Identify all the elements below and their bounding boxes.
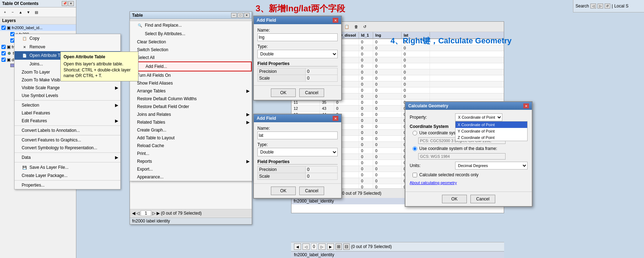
ctx-remove[interactable]: ✕ Remove: [15, 43, 120, 51]
table-close-button[interactable]: ✕: [244, 13, 250, 18]
ctx-joins-label: Joins...: [29, 61, 43, 66]
ctx-convert-labels[interactable]: Convert Labels to Annotation...: [15, 127, 120, 134]
property-select[interactable]: X Coordinate of Point Y Coordinate of Po…: [455, 113, 502, 121]
ctx-create-package[interactable]: Create Layer Package...: [15, 172, 120, 179]
search-back-button[interactable]: ◁: [590, 4, 596, 9]
ctx-edit-features[interactable]: Edit Features ▶: [15, 117, 120, 125]
calc-geom-cancel[interactable]: Cancel: [470, 195, 495, 203]
main-tbl-btn6[interactable]: 📋: [342, 23, 351, 31]
add-field-dlg1-ok[interactable]: OK: [271, 88, 296, 97]
add-field-dlg2-close[interactable]: ✕: [333, 116, 338, 121]
units-select[interactable]: Decimal Degrees Meters Feet: [455, 162, 528, 170]
layer-checkbox-fn500b[interactable]: [1, 51, 6, 55]
ctx-properties[interactable]: Properties...: [15, 181, 120, 189]
table-maximize-button[interactable]: □: [238, 13, 243, 18]
menu-export[interactable]: Export...: [130, 165, 252, 173]
menu-print[interactable]: Print...: [130, 150, 252, 157]
ctx-save-layer[interactable]: 💾 Save As Layer File...: [15, 163, 120, 172]
use-data-source-radio[interactable]: [413, 131, 417, 135]
nav-prev[interactable]: ◁: [136, 211, 140, 216]
about-calc-link[interactable]: About calculating geometry: [410, 181, 457, 185]
ctx-label-features[interactable]: Label Features: [15, 109, 120, 117]
main-sb-prev[interactable]: ◁: [302, 243, 310, 250]
ctx-sep6: [15, 180, 120, 181]
prop-row-scale: Scale 0: [258, 75, 338, 82]
about-link-container: About calculating geometry: [410, 180, 528, 185]
menu-clear-selection[interactable]: Clear Selection: [130, 38, 252, 46]
main-sb-last[interactable]: ▶: [327, 243, 334, 250]
calc-selected-checkbox[interactable]: [413, 173, 417, 177]
option-z-coord[interactable]: Z Coordinate of Point: [455, 134, 527, 141]
toc-layer-fn2000[interactable]: ▣ fn2000_label_id...: [0, 25, 76, 31]
search-refresh-button[interactable]: ↺: [605, 4, 610, 9]
ctx-selection[interactable]: Selection ▶: [15, 101, 120, 109]
toc-pin-button[interactable]: 📌: [62, 1, 67, 6]
menu-add-table-layout[interactable]: Add Table to Layout: [130, 134, 252, 142]
add-field-dlg1-close[interactable]: ✕: [333, 18, 338, 23]
nav-left[interactable]: ◀: [132, 211, 135, 216]
ctx-copy[interactable]: 📋 Copy: [15, 34, 120, 43]
main-tbl-btn8[interactable]: ↺: [361, 23, 369, 31]
add-field-dlg1-type-select[interactable]: Short Integer Long Integer Float Double …: [257, 50, 338, 58]
layer-checkbox-fn200b[interactable]: [1, 45, 6, 49]
add-field-dlg1-props-title: Field Properties: [257, 61, 338, 66]
menu-show-aliases[interactable]: Show Field Aliases: [130, 79, 252, 87]
menu-select-attrs[interactable]: Select By Attributes...: [130, 29, 252, 38]
menu-joins-relates[interactable]: Joins and Relates ▶: [130, 111, 252, 118]
remove-layer-button[interactable]: −: [9, 9, 16, 16]
menu-arrange-tables[interactable]: Arrange Tables ▶: [130, 87, 252, 95]
move-down-button[interactable]: ▼: [25, 9, 32, 16]
add-field-dlg1-name-input[interactable]: [257, 33, 338, 41]
table-minimize-button[interactable]: ─: [231, 13, 237, 18]
gcs-input[interactable]: [418, 153, 506, 160]
calc-geom-close[interactable]: ✕: [523, 103, 529, 108]
add-field-dlg1-cancel[interactable]: Cancel: [299, 88, 324, 97]
nav-right[interactable]: ▶: [157, 211, 160, 216]
menu-restore-col-widths[interactable]: Restore Default Column Widths: [130, 95, 252, 103]
main-sb-first[interactable]: ◀: [294, 243, 301, 250]
menu-related-tables[interactable]: Related Tables ▶: [130, 118, 252, 126]
main-tbl-btn7[interactable]: 🗑: [352, 23, 360, 31]
add-field-dlg2-name-input[interactable]: [257, 131, 338, 139]
add-field-dlg2-ok[interactable]: OK: [271, 187, 296, 195]
search-forward-button[interactable]: ▷: [597, 4, 603, 9]
option-x-coord[interactable]: X Coordinate of Point: [455, 122, 527, 128]
main-sb-next[interactable]: ▷: [318, 243, 326, 250]
toc-close-button[interactable]: ✕: [68, 1, 74, 6]
nav-next[interactable]: ▷: [152, 211, 155, 216]
record-number-input[interactable]: [141, 210, 151, 216]
add-field-dlg2-type-select[interactable]: Short Integer Long Integer Float Double …: [257, 148, 338, 156]
layer-checkbox-fn2000[interactable]: [1, 26, 6, 30]
ctx-convert-features[interactable]: Convert Features to Graphics...: [15, 136, 120, 144]
attr-table-icon: 📄: [22, 53, 27, 58]
menu-switch-selection[interactable]: Switch Selection: [130, 46, 252, 54]
main-sb-table-button[interactable]: ⊞: [335, 243, 342, 250]
menu-find-replace[interactable]: 🔍 Find and Replace...: [130, 21, 252, 29]
menu-restore-field-order[interactable]: Restore Default Field Order: [130, 103, 252, 111]
menu-select-all[interactable]: Select All: [130, 54, 252, 61]
joins-icon: [22, 61, 27, 67]
main-table-cell: 0: [359, 136, 373, 141]
group-button[interactable]: ▤: [33, 9, 40, 16]
option-y-coord[interactable]: Y Coordinate of Point: [455, 128, 527, 134]
add-field-dlg2-cancel[interactable]: Cancel: [299, 187, 324, 195]
ctx-visible-scale[interactable]: Visible Scale Range ▶: [15, 84, 120, 92]
add-field-dlg1-type-label: Type:: [257, 44, 338, 49]
move-up-button[interactable]: ▲: [17, 9, 24, 16]
menu-turn-all-fields[interactable]: Turn All Fields On: [130, 71, 252, 79]
ctx-use-symbol[interactable]: Use Symbol Levels: [15, 92, 120, 100]
ctx-data[interactable]: Data ▶: [15, 154, 120, 161]
ctx-convert-symbology[interactable]: Convert Symbology to Representation...: [15, 144, 120, 152]
add-layer-button[interactable]: +: [1, 9, 9, 16]
layer-checkbox-dissol[interactable]: [1, 58, 6, 62]
menu-appearance[interactable]: Appearance...: [130, 173, 252, 181]
annotation-step4: 4、Right键，Calculate Geometry: [391, 36, 512, 46]
menu-reload-cache[interactable]: Reload Cache: [130, 142, 252, 150]
menu-create-graph[interactable]: Create Graph...: [130, 126, 252, 134]
joins-relates-arrow: ▶: [246, 112, 250, 117]
use-data-frame-radio[interactable]: [413, 146, 417, 151]
menu-add-field[interactable]: Add Field...: [130, 61, 252, 71]
main-sb-expand-button[interactable]: ⊟: [343, 243, 350, 250]
menu-reports[interactable]: Reports ▶: [130, 157, 252, 165]
calc-geom-ok[interactable]: OK: [442, 195, 467, 203]
